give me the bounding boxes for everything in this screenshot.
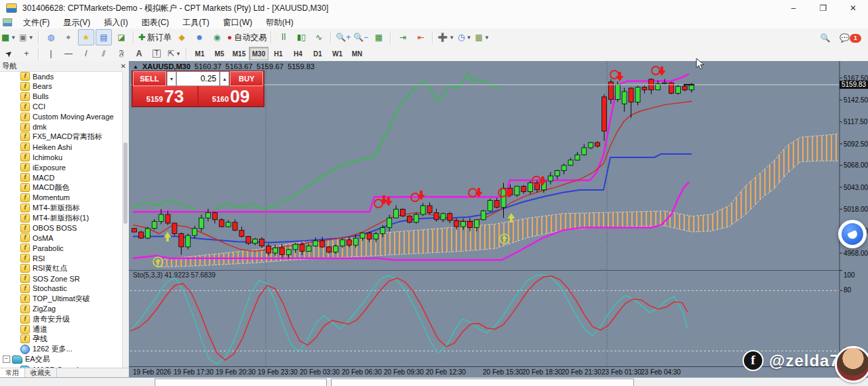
terminal-button[interactable]: ▤ — [96, 29, 112, 45]
navigator-item[interactable]: f通道 — [20, 324, 47, 334]
indicators-button[interactable]: ➕▼ — [437, 29, 455, 45]
navigator-item[interactable]: fCustom Moving Average — [20, 112, 114, 122]
navigator-item[interactable]: fRSI黄红点 — [20, 263, 67, 273]
navigator-item[interactable]: fOBOS BOSS — [20, 223, 77, 233]
navigator-item[interactable]: f孕线 — [20, 334, 47, 344]
navigator-close-icon[interactable]: ✕ — [121, 62, 126, 70]
channel-tool[interactable]: ⫽ — [96, 45, 112, 62]
navigator-item[interactable]: fMT4-新版指标(1) — [20, 213, 89, 223]
text-tool[interactable]: A — [131, 45, 147, 62]
menu-item[interactable]: 文件(F) — [16, 16, 56, 28]
minimize-button[interactable]: – — [778, 0, 808, 16]
community-button[interactable]: ◉ — [209, 29, 225, 45]
navigator-item[interactable]: fiExposure — [20, 162, 66, 172]
volume-up-stepper[interactable]: ▲ — [220, 71, 229, 86]
fibonacci-tool[interactable]: 𝔉 — [113, 45, 130, 62]
chart-shift-button[interactable]: ⇤ — [412, 29, 429, 45]
navigator-item[interactable]: fdmk — [20, 122, 47, 132]
navigator-item[interactable]: fIchimoku — [20, 152, 62, 162]
navigator-item[interactable]: fOsMA — [20, 233, 54, 243]
navigator-item[interactable]: fMACD颜色 — [20, 182, 69, 193]
chart-window[interactable]: 5167.505142.505117.505092.505068.005043.… — [129, 61, 868, 377]
buy-button[interactable]: BUY — [230, 71, 263, 86]
new-chart-button[interactable]: ▦▼ — [1, 29, 17, 45]
line-chart-mode-button[interactable]: ∿ — [311, 29, 327, 45]
autotrading-button[interactable]: ●自动交易 — [226, 29, 267, 45]
navigator-tab[interactable]: 收藏夹 — [25, 368, 57, 377]
trendline-tool[interactable]: / — [78, 45, 94, 62]
timeframe-button-mn[interactable]: MN — [347, 47, 367, 60]
navigator-scrollbar[interactable] — [122, 71, 129, 368]
data-window-button[interactable]: ⌖ — [60, 29, 77, 45]
metaeditor-button[interactable]: ◆ — [174, 29, 190, 45]
horizontal-line-tool[interactable]: — — [60, 45, 77, 62]
new-order-button[interactable]: ✚新订单 — [138, 29, 172, 45]
navigator-item[interactable]: fFX5_MACD背离指标 — [20, 132, 102, 142]
navigator-item[interactable]: 1262 更多... — [20, 344, 73, 354]
timeframe-button-w1[interactable]: W1 — [328, 47, 347, 60]
navigator-item[interactable]: f唐奇安升级 — [20, 314, 70, 324]
navigator-item[interactable]: fParabolic — [20, 243, 64, 253]
navigator-item[interactable]: fSOS Zone SR — [20, 273, 80, 284]
navigator-item[interactable]: fCCI — [20, 102, 45, 112]
buy-price-display[interactable]: 5160 09 — [199, 86, 263, 106]
volume-input[interactable] — [176, 71, 220, 86]
timeframe-button-m1[interactable]: M1 — [190, 47, 210, 60]
tile-windows-button[interactable]: ▦ — [370, 29, 387, 45]
timeframe-button-d1[interactable]: D1 — [308, 47, 328, 60]
text-label-tool[interactable]: T — [149, 45, 165, 62]
navigator-button[interactable]: ★ — [78, 29, 94, 45]
chart-window-icon[interactable] — [3, 18, 12, 26]
strategy-tester-button[interactable]: ◪ — [113, 29, 130, 45]
auto-scroll-button[interactable]: ⇥ — [395, 29, 411, 45]
maximize-button[interactable]: ❐ — [808, 0, 838, 16]
timeframe-button-h4[interactable]: H4 — [288, 47, 308, 60]
close-button[interactable]: ✕ — [838, 0, 868, 16]
volume-down-stepper[interactable]: ▼ — [167, 71, 176, 86]
menu-item[interactable]: 图表(C) — [135, 16, 176, 28]
zoom-in-button[interactable]: 🔍+ — [335, 29, 351, 45]
cursor-tool-button[interactable]: ➤ — [1, 45, 17, 62]
navigator-item[interactable]: fHeiken Ashi — [20, 142, 72, 152]
menu-item[interactable]: 窗口(W) — [216, 16, 259, 28]
tree-expander-icon[interactable]: − — [3, 355, 10, 363]
navigator-item[interactable]: fBands — [20, 71, 54, 81]
profiles-button[interactable]: ▣▼ — [18, 29, 35, 45]
menu-item[interactable]: 帮助(H) — [259, 16, 300, 28]
navigator-tab[interactable]: 常用 — [0, 368, 25, 377]
timeframe-button-m5[interactable]: M5 — [210, 47, 229, 60]
navigator-item[interactable]: fStochastic — [20, 284, 67, 294]
navigator-item[interactable]: fMT4-新版指标 — [20, 203, 80, 213]
navigator-item[interactable]: −EA交易 — [3, 354, 50, 364]
candle-chart-mode-button[interactable]: ▮▯ — [293, 29, 309, 45]
bar-chart-mode-button[interactable]: ⅼⅼ — [275, 29, 292, 45]
zoom-out-button[interactable]: 🔍− — [353, 29, 369, 45]
timeframe-button-m30[interactable]: M30 — [249, 47, 269, 60]
collapse-triangle-icon[interactable]: ▲ — [133, 64, 138, 70]
periods-button[interactable]: ◷▼ — [456, 29, 473, 45]
market-watch-button[interactable]: ◍ — [43, 29, 59, 45]
menu-item[interactable]: 显示(V) — [56, 16, 97, 28]
navigator-item[interactable]: fBulls — [20, 92, 49, 102]
search-icon[interactable]: 🔍 — [817, 30, 833, 46]
vertical-line-tool[interactable]: | — [43, 45, 59, 62]
menu-item[interactable]: 工具(T) — [176, 16, 216, 28]
sell-button[interactable]: SELL — [133, 71, 166, 86]
market-button[interactable]: ☻ — [191, 29, 208, 45]
browser-float-button[interactable] — [838, 220, 867, 248]
navigator-item[interactable]: fMomentum — [20, 193, 70, 203]
navigator-item[interactable]: fZigZag — [20, 304, 56, 314]
menu-item[interactable]: 插入(I) — [97, 16, 134, 28]
timeframe-button-m15[interactable]: M15 — [229, 47, 249, 60]
timeframe-button-h1[interactable]: H1 — [269, 47, 288, 60]
navigator-item[interactable]: fRSI — [20, 253, 45, 263]
arrows-tool[interactable]: ⇱▼ — [166, 45, 182, 62]
scrollbar-thumb[interactable] — [123, 142, 127, 224]
navigator-item[interactable]: fTOP_Ultimat突破 — [20, 294, 90, 304]
crosshair-tool-button[interactable]: + — [18, 45, 35, 62]
sell-price-display[interactable]: 5159 73 — [133, 86, 197, 106]
templates-button[interactable]: ▩▼ — [474, 29, 490, 45]
navigator-header[interactable]: 导航 ✕ — [0, 61, 129, 72]
navigator-item[interactable]: fBears — [20, 81, 52, 92]
navigator-item[interactable]: fMACD — [20, 172, 54, 182]
